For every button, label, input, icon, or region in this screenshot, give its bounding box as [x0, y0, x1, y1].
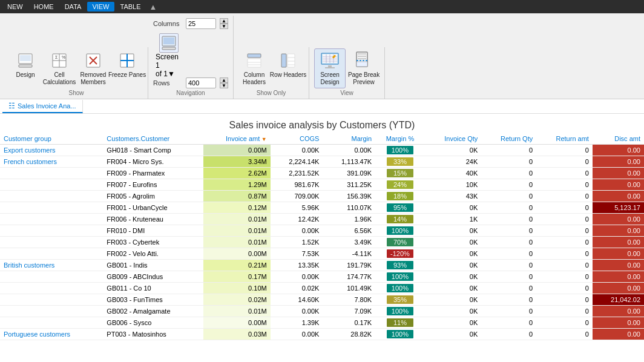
table-header-row: Customer group Customers.Customer Invoic…	[0, 133, 644, 145]
cell-customer-group: British customers	[0, 260, 103, 271]
row-headers-icon	[278, 51, 298, 70]
page-break-preview-label: Page BreakPreview	[348, 71, 380, 86]
cell-margin: 7.09K	[323, 306, 375, 317]
menu-home[interactable]: HOME	[29, 2, 59, 12]
cell-invoice-amt: 0.00M	[203, 317, 271, 329]
col-header-invoice-qty[interactable]: Invoice Qty	[425, 133, 482, 145]
screen-of-button[interactable]: Screen 1of 1▼	[154, 31, 183, 80]
cell-return-amt: 0	[536, 156, 593, 168]
table-row[interactable]: GB006 - Sysco0.00M1.39K0.17K11%0K000.00	[0, 317, 644, 329]
table-row[interactable]: FR010 - DMI0.01M0.00K6.56K100%0K000.00	[0, 225, 644, 237]
show-only-buttons: ColumnHeaders Row Headers	[238, 47, 304, 88]
cell-return-amt: 0	[536, 179, 593, 191]
columns-down[interactable]: ▼	[220, 24, 228, 29]
col-header-margin-pct[interactable]: Margin %	[375, 133, 425, 145]
rows-up[interactable]: ▲	[220, 77, 228, 83]
menu-view[interactable]: VIEW	[87, 2, 114, 12]
cell-return-amt: 0	[536, 237, 593, 248]
cell-return-amt: 0	[536, 214, 593, 225]
cell-invoice-qty: 0K	[425, 317, 482, 329]
cell-invoice-qty: 0K	[425, 145, 482, 156]
cell-disc-amt: 0.00	[593, 156, 644, 168]
rows-input[interactable]	[186, 77, 216, 88]
row-headers-button[interactable]: Row Headers	[272, 48, 304, 85]
table-row[interactable]: FR006 - Kruteneau0.01M12.42K1.96K14%1K00…	[0, 214, 644, 225]
cell-calculations-button[interactable]: Σ % CellCalculations	[44, 48, 75, 88]
table-row[interactable]: FR003 - Cybertek0.01M1.52K3.49K70%0K000.…	[0, 237, 644, 248]
table-row[interactable]: FR005 - Agrolim0.87M709.00K156.39K18%43K…	[0, 191, 644, 202]
menu-table[interactable]: TABLE	[116, 2, 146, 12]
svg-text:Σ: Σ	[55, 55, 58, 59]
col-header-return-amt[interactable]: Return amt	[536, 133, 593, 145]
cell-disc-amt: 0.00	[593, 214, 644, 225]
table-row[interactable]: Export customersGH018 - Smart Comp0.00M0…	[0, 145, 644, 156]
cell-customer: FR005 - Agrolim	[103, 191, 203, 202]
cell-customer: PT003 - Matosinhos	[103, 329, 203, 340]
table-row[interactable]: Portuguese customersPT003 - Matosinhos0.…	[0, 329, 644, 340]
table-row[interactable]: GB009 - ABCIndus0.17M0.00K174.77K100%0K0…	[0, 271, 644, 283]
cell-return-amt: 0	[536, 145, 593, 156]
cell-return-qty: 0	[481, 225, 536, 237]
page-break-preview-button[interactable]: Page BreakPreview	[348, 48, 380, 88]
table-row[interactable]: FR002 - Velo Atti.0.00M7.53K-4.11K-120%0…	[0, 248, 644, 260]
table-row[interactable]: GB003 - FunTimes0.02M14.60K7.80K35%0K002…	[0, 294, 644, 306]
expand-icon[interactable]: ▲	[150, 2, 157, 12]
cell-margin: 311.25K	[323, 179, 375, 191]
cell-cogs: 0.00K	[271, 145, 323, 156]
col-header-margin[interactable]: Margin	[323, 133, 375, 145]
cell-margin: 6.56K	[323, 225, 375, 237]
cell-return-amt: 0	[536, 248, 593, 260]
cell-return-amt: 0	[536, 329, 593, 340]
cell-invoice-qty: 0K	[425, 329, 482, 340]
col-header-customer-group[interactable]: Customer group	[0, 133, 103, 145]
menu-data[interactable]: DATA	[60, 2, 87, 12]
cell-invoice-amt: 0.01M	[203, 214, 271, 225]
table-row[interactable]: British customersGB001 - Indis0.21M13.35…	[0, 260, 644, 271]
removed-members-button[interactable]: RemovedMembers	[77, 48, 109, 88]
cell-return-qty: 0	[481, 191, 536, 202]
column-headers-button[interactable]: ColumnHeaders	[238, 48, 270, 88]
cell-cogs: 0.00K	[271, 329, 323, 340]
col-header-customer[interactable]: Customers.Customer	[103, 133, 203, 145]
svg-rect-41	[358, 58, 366, 59]
svg-rect-21	[281, 54, 286, 67]
cell-customer-group	[0, 306, 103, 317]
columns-input[interactable]	[186, 18, 216, 29]
table-row[interactable]: FR007 - Eurofins1.29M981.67K311.25K24%10…	[0, 179, 644, 191]
svg-rect-2	[19, 65, 32, 67]
cell-cogs: 1.39K	[271, 317, 323, 329]
svg-rect-15	[163, 38, 174, 44]
cell-disc-amt: 5,123.17	[593, 202, 644, 214]
table-row[interactable]: FR009 - Pharmatex2.62M2,231.52K391.09K15…	[0, 168, 644, 179]
cell-return-amt: 0	[536, 306, 593, 317]
sales-invoice-tab[interactable]: ☷ Sales Invoice Ana...	[2, 100, 83, 113]
nav-content: Columns ▲ ▼ Screen	[153, 16, 228, 88]
freeze-panes-icon	[117, 51, 137, 70]
columns-up[interactable]: ▲	[220, 18, 228, 24]
col-header-disc-amt[interactable]: Disc amt	[593, 133, 644, 145]
cell-customer-group	[0, 294, 103, 306]
design-button[interactable]: Design	[10, 48, 41, 85]
screen-design-button[interactable]: ScreenDesign	[314, 48, 346, 88]
cell-margin: 7.80K	[323, 294, 375, 306]
columns-label: Columns	[153, 20, 182, 27]
design-icon	[16, 51, 35, 70]
table-row[interactable]: GB002 - Amalgamate0.01M0.00K7.09K100%0K0…	[0, 306, 644, 317]
menu-new[interactable]: NEW	[2, 2, 28, 12]
cell-customer-group: Portuguese customers	[0, 329, 103, 340]
rows-down[interactable]: ▼	[220, 83, 228, 88]
table-row[interactable]: GB011 - Co 100.10M0.02K101.49K100%0K000.…	[0, 283, 644, 294]
col-header-invoice-amt[interactable]: Invoice amt	[203, 133, 271, 145]
cell-margin: 174.77K	[323, 271, 375, 283]
cell-margin-pct: 95%	[375, 202, 425, 214]
freeze-panes-button[interactable]: Freeze Panes	[111, 48, 143, 85]
table-row[interactable]: French customersFR004 - Micro Sys.3.34M2…	[0, 156, 644, 168]
cell-customer: FR010 - DMI	[103, 225, 203, 237]
cell-invoice-qty: 0K	[425, 306, 482, 317]
cell-margin-pct: 93%	[375, 260, 425, 271]
col-header-cogs[interactable]: COGS	[271, 133, 323, 145]
navigation-group-label: Navigation	[153, 90, 228, 96]
col-header-return-qty[interactable]: Return Qty	[481, 133, 536, 145]
ribbon: Design Σ % CellCalculations	[0, 13, 644, 99]
table-row[interactable]: FR001 - UrbanCycle0.12M5.96K110.07K95%0K…	[0, 202, 644, 214]
